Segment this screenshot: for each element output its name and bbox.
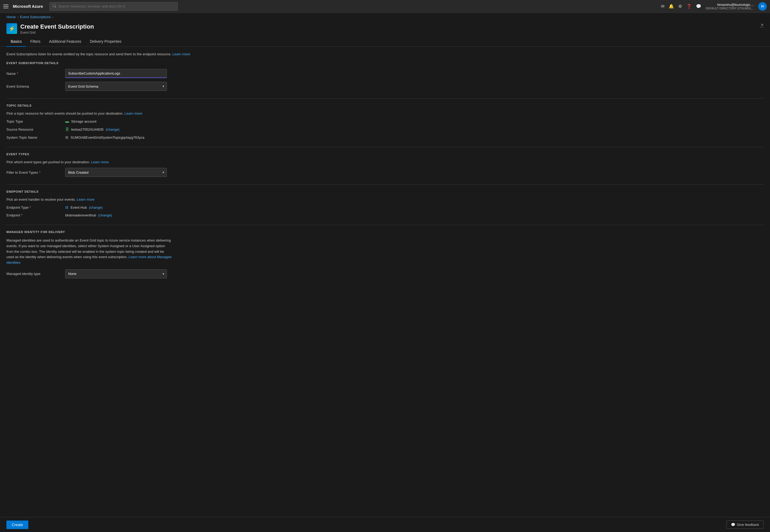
brand-name: Microsoft Azure [13,4,43,9]
feedback-nav-icon[interactable]: 💬 [696,4,701,9]
event-schema-row: Event Schema Event Grid Schema ▾ [6,82,764,91]
event-types-section: EVENT TYPES Pick which event types get p… [6,153,764,177]
eventhub-icon: ⊟ [65,205,68,209]
info-text: Event Subscriptions listen for events em… [6,52,171,56]
managed-identity-type-row: Managed identity type None ▾ [6,269,764,278]
event-grid-icon: ⚡ [9,25,15,32]
endpoint-type-value: ⊟ Event Hub (change) [65,205,103,209]
user-directory: DEFAULT DIRECTORY (ITSUMOL... [706,7,754,10]
tab-bar: Basics Filters Additional Features Deliv… [0,37,770,47]
topic-details-section: TOPIC DETAILS Pick a topic resource for … [6,104,764,139]
source-resource-label: Source Resource [6,127,65,131]
section-title-event-subscription: EVENT SUBSCRIPTION DETAILS [6,61,764,65]
page-title: Create Event Subscription [20,23,756,30]
top-navigation: Microsoft Azure ✉ 🔔 ⚙ ❓ 💬 himanshu@itsum… [0,0,770,13]
endpoint-details-section: ENDPOINT DETAILS Pick an event handler t… [6,190,764,217]
source-resource-change[interactable]: (change) [106,127,119,131]
page-icon: ⚡ [6,23,17,34]
tab-filters[interactable]: Filters [26,37,45,47]
system-topic-icon: ⊞ [65,135,68,139]
breadcrumb-sep-1: › [17,15,18,19]
managed-identity-type-label: Managed identity type [6,272,65,276]
endpoint-type-label: Endpoint Type * [6,205,65,209]
event-types-learn-more[interactable]: Learn more [91,160,109,164]
topic-type-value: ▬ Storage account [65,119,96,123]
filter-control: Blob Created ▾ [65,168,167,177]
bell-icon[interactable]: 🔔 [669,4,674,9]
endpoint-row: Endpoint * blobreadereventhub (change) [6,213,764,217]
managed-identity-section: MANAGED IDENTITY FOR DELIVERY Managed id… [6,230,764,278]
endpoint-label: Endpoint * [6,213,65,217]
system-topic-value: ⊞ SUMOABEventGridSystemTopicgqotayg763yc… [65,135,144,139]
endpoint-desc: Pick an event handler to receive your ev… [6,197,764,201]
create-button[interactable]: Create [6,521,28,529]
managed-identity-description: Managed identities are used to authentic… [6,238,172,266]
divider-4 [6,225,764,225]
source-resource-row: Source Resource 🗄 testsa270524144835 (ch… [6,127,764,131]
filter-event-types-select[interactable]: Blob Created [65,168,167,177]
section-title-event-types: EVENT TYPES [6,153,764,156]
managed-identity-type-select[interactable]: None [65,269,167,278]
filter-select-wrapper: Blob Created ▾ [65,168,167,177]
topnav-right: ✉ 🔔 ⚙ ❓ 💬 himanshu@itsumologic.... DEFAU… [661,2,767,11]
system-topic-label: System Topic Name [6,135,65,139]
event-subscription-details-section: EVENT SUBSCRIPTION DETAILS Name * Event … [6,61,764,91]
tab-basics[interactable]: Basics [6,37,26,47]
info-bar: Event Subscriptions listen for events em… [6,52,764,56]
divider-1 [6,98,764,99]
system-topic-row: System Topic Name ⊞ SUMOABEventGridSyste… [6,135,764,139]
section-title-managed-identity: MANAGED IDENTITY FOR DELIVERY [6,230,764,234]
topic-desc: Pick a topic resource for which events s… [6,111,764,115]
page-header: ⚡ Create Event Subscription Event Grid .… [0,21,770,34]
event-schema-select[interactable]: Event Grid Schema [65,82,167,91]
breadcrumb-sep-2: › [52,15,53,19]
filter-label: Filter to Event Types * [6,170,65,174]
managed-identity-select-wrapper: None ▾ [65,269,167,278]
storage-account-icon: 🗄 [65,127,69,131]
topic-type-label: Topic Type [6,119,65,123]
divider-2 [6,147,764,147]
search-icon [52,4,56,9]
tab-additional-features[interactable]: Additional Features [45,37,86,47]
tab-delivery-properties[interactable]: Delivery Properties [86,37,126,47]
close-button[interactable]: × [761,22,764,28]
page-title-area: Create Event Subscription Event Grid [20,23,756,34]
managed-identity-type-control: None ▾ [65,269,167,278]
section-title-endpoint: ENDPOINT DETAILS [6,190,764,193]
divider-3 [6,184,764,185]
name-row: Name * [6,69,764,78]
info-learn-more[interactable]: Learn more [172,52,190,56]
filter-required: * [39,170,40,174]
help-icon[interactable]: ❓ [686,4,692,9]
storage-icon: ▬ [65,119,69,123]
endpoint-value: blobreadereventhub (change) [65,213,112,217]
feedback-button[interactable]: 💬 Give feedback [726,521,764,529]
endpoint-change[interactable]: (change) [98,213,112,217]
page-subtitle: Event Grid [20,31,756,34]
name-required: * [17,72,18,76]
endpoint-learn-more[interactable]: Learn more [77,197,94,201]
name-input[interactable] [65,69,167,78]
topic-learn-more[interactable]: Learn more [125,111,142,115]
breadcrumb: Home › Event Subscriptions › [0,13,770,21]
source-resource-value: 🗄 testsa270524144835 (change) [65,127,119,131]
name-control [65,69,167,78]
breadcrumb-home[interactable]: Home [6,15,16,19]
endpoint-type-change[interactable]: (change) [89,205,103,209]
avatar[interactable]: H [758,2,767,11]
event-schema-label: Event Schema [6,84,65,88]
event-schema-control: Event Grid Schema ▾ [65,82,167,91]
feedback-label: Give feedback [737,523,759,527]
breadcrumb-event-subscriptions[interactable]: Event Subscriptions [20,15,51,19]
search-bar[interactable] [49,2,178,11]
settings-icon[interactable]: ⚙ [678,4,682,9]
user-info: himanshu@itsumologic.... DEFAULT DIRECTO… [706,3,754,10]
user-name: himanshu@itsumologic.... [717,3,754,7]
hamburger-menu[interactable] [3,5,9,8]
search-input[interactable] [58,4,175,8]
email-icon[interactable]: ✉ [661,4,664,9]
bottom-bar: Create 💬 Give feedback [0,517,770,532]
event-types-desc: Pick which event types get pushed to you… [6,160,764,164]
filter-event-types-row: Filter to Event Types * Blob Created ▾ [6,168,764,177]
endpoint-type-row: Endpoint Type * ⊟ Event Hub (change) [6,205,764,209]
